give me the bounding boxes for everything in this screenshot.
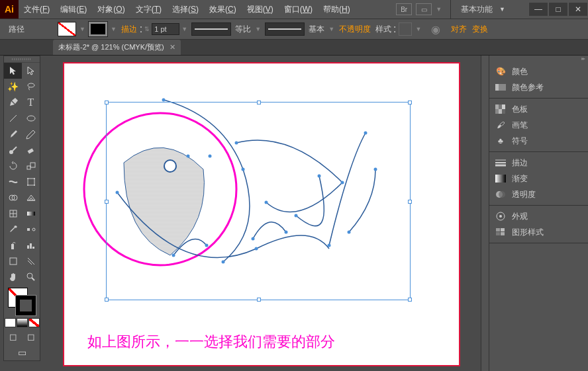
ellipse-tool[interactable]	[22, 110, 40, 126]
draw-behind[interactable]: ◻	[22, 329, 40, 345]
bridge-icon[interactable]: Br	[396, 3, 412, 15]
direct-selection-tool[interactable]	[22, 63, 40, 79]
right-panels: 🎨颜色 颜色参考 色板 🖌画笔 ♣符号 描边 渐变 透明度 外观 图形样式	[489, 56, 588, 371]
gradient-tool[interactable]	[22, 206, 40, 222]
close-tab-icon[interactable]: ✕	[170, 43, 175, 52]
style-swatch[interactable]	[399, 22, 412, 36]
stroke-swatch[interactable]	[89, 22, 107, 36]
paintbrush-tool[interactable]	[4, 126, 22, 142]
blob-brush-tool[interactable]	[4, 142, 22, 158]
stroke-box[interactable]	[16, 296, 36, 315]
panel-strip[interactable]	[481, 56, 489, 371]
symbol-sprayer-tool[interactable]	[4, 237, 22, 253]
gradient-mode[interactable]	[17, 318, 28, 327]
lasso-tool[interactable]	[22, 79, 40, 95]
panel-stroke[interactable]: 描边	[489, 155, 588, 171]
panel-symbols[interactable]: ♣符号	[489, 133, 588, 149]
panel-color-guide[interactable]: 颜色参考	[489, 79, 588, 95]
mesh-tool[interactable]	[4, 206, 22, 222]
recolor-icon[interactable]: ◉	[431, 23, 440, 36]
column-graph-tool[interactable]	[22, 237, 40, 253]
svg-rect-55	[502, 109, 505, 114]
panel-collapse[interactable]	[489, 56, 588, 61]
stroke-weight-input[interactable]	[152, 23, 179, 35]
artboard-tool[interactable]	[4, 253, 22, 269]
opacity-label[interactable]: 不透明度	[336, 24, 373, 35]
panel-swatches[interactable]: 色板	[489, 101, 588, 117]
canvas-area[interactable]: 如上图所示，一一选择我们需要的部分	[0, 56, 481, 371]
control-bar: 路径 ▼ ▼ 描边 : ⇅ ▼ 等比 ▼ 基本 ▼ 不透明度 样式 : ▼ ◉ …	[0, 19, 588, 40]
eyedropper-tool[interactable]	[4, 222, 22, 237]
blend-tool[interactable]	[22, 222, 40, 237]
arrange-icon[interactable]: ▭	[416, 3, 432, 15]
workspace-selector[interactable]: 基本功能 ▼	[450, 0, 515, 19]
width-tool[interactable]	[4, 174, 22, 190]
eraser-tool[interactable]	[22, 142, 40, 158]
menu-window[interactable]: 窗口(W)	[279, 4, 318, 15]
pen-tool[interactable]	[4, 95, 22, 110]
svg-rect-65	[501, 228, 505, 231]
menu-effect[interactable]: 效果(C)	[204, 4, 242, 15]
brush-preview[interactable]	[265, 22, 305, 36]
dropdown-icon[interactable]: ▼	[111, 26, 117, 32]
pencil-tool[interactable]	[22, 126, 40, 142]
stepper-icon[interactable]: ⇅	[144, 26, 150, 32]
perspective-grid-tool[interactable]	[22, 190, 40, 206]
dropdown-icon[interactable]: ▼	[416, 26, 422, 32]
free-transform-tool[interactable]	[22, 174, 40, 190]
panel-graphic-styles[interactable]: 图形样式	[489, 224, 588, 240]
menu-type[interactable]: 文字(T)	[130, 4, 167, 15]
selection-bounds[interactable]	[106, 102, 411, 300]
profile-preview[interactable]	[191, 22, 231, 36]
fill-stroke-control[interactable]	[4, 285, 41, 318]
svg-point-61	[499, 191, 505, 198]
menu-object[interactable]: 对象(O)	[92, 4, 130, 15]
artboard[interactable]: 如上图所示，一一选择我们需要的部分	[63, 62, 460, 366]
selection-context: 路径	[3, 24, 30, 35]
line-tool[interactable]	[4, 110, 22, 126]
shape-builder-tool[interactable]	[4, 190, 22, 206]
dropdown-icon[interactable]: ▼	[181, 26, 187, 32]
align-label[interactable]: 对齐	[448, 24, 469, 35]
panel-grip[interactable]	[4, 56, 40, 63]
minimize-button[interactable]: —	[528, 2, 548, 17]
panel-brushes[interactable]: 🖌画笔	[489, 117, 588, 133]
panel-gradient[interactable]: 渐变	[489, 171, 588, 186]
scale-tool[interactable]	[22, 158, 40, 174]
graphic-style-icon	[495, 227, 507, 237]
dropdown-icon[interactable]: ▼	[436, 6, 442, 13]
dropdown-icon[interactable]: ▼	[79, 26, 85, 32]
caption-text: 如上图所示，一一选择我们需要的部分	[87, 332, 335, 352]
panel-color[interactable]: 🎨颜色	[489, 63, 588, 79]
panel-appearance[interactable]: 外观	[489, 208, 588, 224]
menu-file[interactable]: 文件(F)	[19, 4, 55, 15]
close-button[interactable]: ✕	[568, 2, 588, 17]
menu-view[interactable]: 视图(V)	[242, 4, 279, 15]
zoom-tool[interactable]	[22, 269, 40, 285]
transform-label[interactable]: 变换	[469, 24, 491, 35]
color-mode[interactable]	[5, 318, 16, 327]
fill-swatch[interactable]	[58, 22, 76, 36]
none-mode[interactable]	[28, 318, 40, 327]
svg-rect-54	[499, 109, 502, 114]
maximize-button[interactable]: □	[548, 2, 568, 17]
type-tool[interactable]: T	[22, 95, 40, 110]
dropdown-icon[interactable]: ▼	[255, 26, 261, 32]
document-tab[interactable]: 未标题-2* @ 121% (CMYK/预览) ✕	[53, 40, 181, 55]
menu-help[interactable]: 帮助(H)	[318, 4, 356, 15]
screen-mode[interactable]: ▭	[4, 345, 40, 360]
draw-normal[interactable]: ◻	[4, 329, 22, 345]
appearance-icon	[495, 211, 507, 222]
magic-wand-tool[interactable]: ✨	[4, 79, 22, 95]
rotate-tool[interactable]	[4, 158, 22, 174]
slice-tool[interactable]	[22, 253, 40, 269]
selection-tool[interactable]	[4, 63, 22, 79]
menu-edit[interactable]: 编辑(E)	[55, 4, 92, 15]
stroke-label[interactable]: 描边	[119, 24, 140, 35]
svg-rect-50	[495, 104, 499, 109]
hand-tool[interactable]	[4, 269, 22, 285]
dropdown-icon[interactable]: ▼	[328, 26, 334, 32]
svg-rect-67	[501, 232, 505, 235]
menu-select[interactable]: 选择(S)	[167, 4, 204, 15]
panel-transparency[interactable]: 透明度	[489, 186, 588, 202]
